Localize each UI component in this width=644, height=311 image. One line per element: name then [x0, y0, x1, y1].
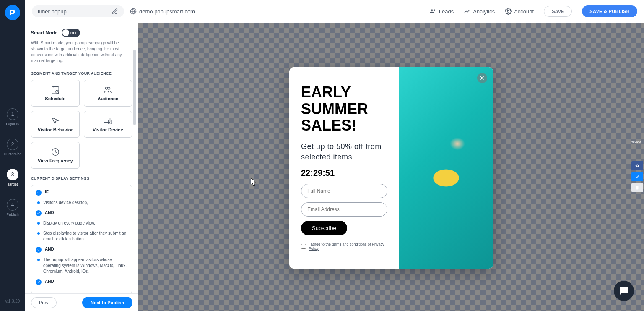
desktop-toggle[interactable] [631, 172, 643, 181]
popup-subtitle: Get up to 50% off from selected items. [301, 141, 387, 162]
prev-button[interactable]: Prev [31, 297, 57, 308]
wizard-footer: Prev Next to Publish [25, 293, 138, 311]
dot-icon [37, 259, 40, 261]
countdown-timer: 22:29:51 [301, 168, 387, 178]
edit-icon [112, 8, 118, 15]
check-icon [36, 247, 42, 253]
segment-header: SEGMENT AND TARGET YOUR AUDIENCE [31, 71, 132, 76]
step-layouts[interactable]: 1 Layouts [6, 108, 19, 126]
segment-cards: Schedule Audience Visitor Behavior Visit… [31, 80, 132, 169]
calendar-icon [51, 85, 60, 94]
domain-display[interactable]: demo.popupsmart.com [130, 8, 195, 15]
dot-icon [37, 201, 40, 204]
fullname-input[interactable] [301, 184, 387, 198]
subscribe-button[interactable]: Subscribe [301, 221, 347, 235]
audience-card[interactable]: Audience [84, 80, 132, 107]
top-links: Leads Analytics Account SAVE SAVE & PUBL… [430, 5, 637, 17]
svg-rect-9 [636, 186, 639, 190]
preview-label: Preview [630, 140, 641, 144]
chat-icon [619, 286, 629, 296]
email-input[interactable] [301, 202, 387, 217]
chart-icon [464, 8, 470, 15]
account-link[interactable]: Account [505, 8, 534, 15]
check-icon [635, 174, 640, 179]
device-toggles [631, 161, 644, 192]
step-publish[interactable]: 4 Publish [6, 199, 19, 217]
popup-title: EARLY SUMMER SALES! [301, 84, 387, 134]
preview-tab[interactable] [631, 161, 643, 170]
save-button[interactable]: SAVE [544, 6, 572, 17]
rules-header: CURRENT DISPLAY SETTINGS [31, 176, 132, 180]
agree-checkbox[interactable] [301, 244, 306, 249]
behavior-card[interactable]: Visitor Behavior [31, 111, 80, 138]
version-label: v.1.3.29 [5, 299, 20, 303]
rules-list: IF Visitor's device desktop, AND Display… [31, 185, 132, 293]
save-publish-button[interactable]: SAVE & PUBLISH [582, 5, 637, 17]
mouse-cursor [251, 178, 257, 186]
svg-point-4 [106, 87, 108, 90]
step-customize[interactable]: 2 Customize [4, 139, 22, 156]
step-target[interactable]: 3 Target [7, 169, 18, 186]
smart-mode-desc: With Smart mode, your popup campaign wil… [31, 40, 132, 64]
next-button[interactable]: Next to Publish [82, 297, 132, 308]
close-icon[interactable]: ✕ [477, 73, 487, 83]
dot-icon [37, 222, 40, 225]
popup-content: EARLY SUMMER SALES! Get up to 50% off fr… [289, 67, 399, 269]
svg-point-5 [108, 87, 110, 90]
schedule-card[interactable]: Schedule [31, 80, 80, 107]
eye-icon [635, 163, 640, 168]
smart-mode-label: Smart Mode [31, 30, 57, 35]
app-logo[interactable] [5, 5, 20, 20]
chat-widget[interactable] [614, 281, 634, 301]
mobile-toggle[interactable] [631, 183, 643, 192]
check-icon [36, 210, 42, 216]
popup-image [399, 67, 493, 269]
audience-icon [103, 85, 112, 94]
side-panel: Smart Mode OFF With Smart mode, your pop… [25, 23, 138, 293]
mobile-icon [635, 185, 640, 190]
campaign-title-box[interactable]: timer popup [32, 5, 124, 17]
clock-icon [51, 147, 60, 157]
dot-icon [37, 232, 40, 235]
left-rail: 1 Layouts 2 Customize 3 Target 4 Publish… [0, 0, 25, 311]
check-icon [36, 279, 42, 285]
canvas[interactable]: EARLY SUMMER SALES! Get up to 50% off fr… [138, 23, 644, 311]
leads-link[interactable]: Leads [430, 8, 454, 15]
campaign-title: timer popup [38, 8, 67, 15]
agree-checkbox-row[interactable]: I agree to the terms and conditions of P… [301, 242, 387, 251]
device-card[interactable]: Visitor Device [84, 111, 132, 138]
gear-icon [505, 8, 512, 15]
step-nav: 1 Layouts 2 Customize 3 Target 4 Publish [4, 108, 22, 217]
popup-preview: EARLY SUMMER SALES! Get up to 50% off fr… [289, 67, 493, 269]
frequency-card[interactable]: View Frequency [31, 142, 80, 169]
analytics-link[interactable]: Analytics [464, 8, 495, 15]
cursor-icon [51, 116, 60, 125]
check-icon [36, 190, 42, 196]
smart-mode-toggle[interactable]: OFF [62, 29, 80, 37]
top-bar: timer popup demo.popupsmart.com Leads An… [25, 0, 644, 23]
svg-point-1 [507, 10, 509, 12]
users-icon [430, 8, 436, 15]
globe-icon [130, 8, 137, 15]
device-icon [103, 116, 112, 125]
